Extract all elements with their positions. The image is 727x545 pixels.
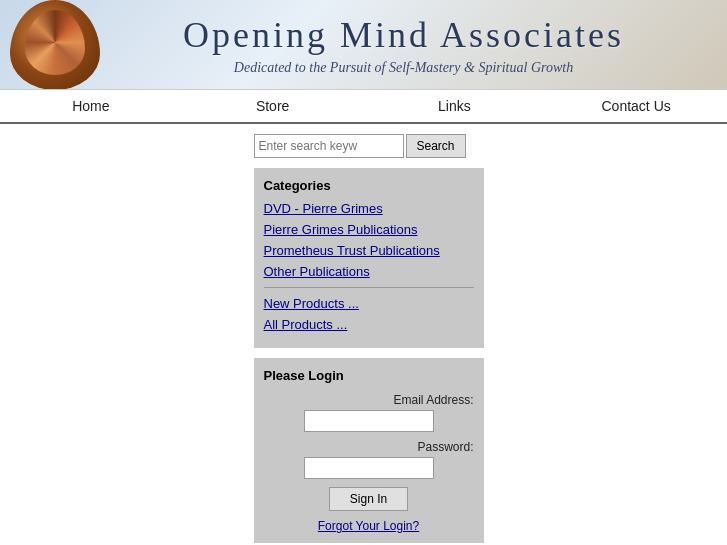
category-dvd-pierre[interactable]: DVD - Pierre Grimes (264, 201, 474, 216)
password-input[interactable] (304, 457, 434, 479)
new-products-link[interactable]: New Products ... (264, 296, 474, 311)
nav-links[interactable]: Links (364, 90, 546, 122)
search-input[interactable] (254, 134, 404, 158)
header: Opening Mind Associates Dedicated to the… (0, 0, 727, 90)
sidebar: Search Categories DVD - Pierre Grimes Pi… (254, 134, 484, 545)
nav-contact[interactable]: Contact Us (545, 90, 727, 122)
main-nav: Home Store Links Contact Us (0, 90, 727, 124)
globe-decoration (567, 0, 727, 90)
nav-store[interactable]: Store (182, 90, 364, 122)
login-heading: Please Login (264, 368, 474, 383)
password-label: Password: (264, 440, 474, 454)
main-content: Search Categories DVD - Pierre Grimes Pi… (0, 124, 727, 545)
category-prometheus-pub[interactable]: Prometheus Trust Publications (264, 243, 474, 258)
category-pierre-pub[interactable]: Pierre Grimes Publications (264, 222, 474, 237)
categories-divider (264, 287, 474, 288)
email-label: Email Address: (264, 393, 474, 407)
search-form: Search (254, 134, 484, 158)
category-other-pub[interactable]: Other Publications (264, 264, 474, 279)
nav-home[interactable]: Home (0, 90, 182, 122)
all-products-link[interactable]: All Products ... (264, 317, 474, 332)
forgot-login-link[interactable]: Forgot Your Login? (264, 519, 474, 533)
signin-button[interactable]: Sign In (329, 487, 408, 511)
categories-heading: Categories (264, 178, 474, 193)
login-box: Please Login Email Address: Password: Si… (254, 358, 484, 543)
shell-logo (10, 0, 100, 90)
categories-box: Categories DVD - Pierre Grimes Pierre Gr… (254, 168, 484, 348)
email-input[interactable] (304, 410, 434, 432)
search-button[interactable]: Search (406, 134, 466, 158)
